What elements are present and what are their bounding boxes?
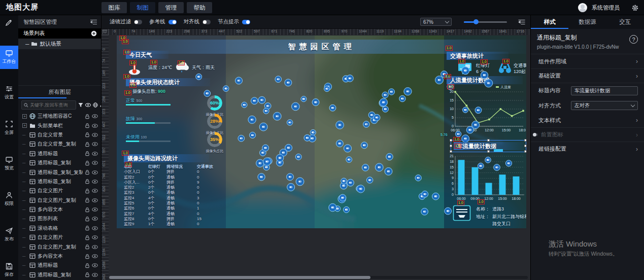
section-hyperlink[interactable]: 超链接配置› <box>531 142 644 156</box>
lock-icon[interactable] <box>85 132 90 137</box>
nav-tab-help[interactable]: 帮助 <box>187 2 212 13</box>
nav-tab-compose[interactable]: 制图 <box>130 2 155 13</box>
eye-icon[interactable] <box>92 160 98 165</box>
eye-icon[interactable] <box>92 226 98 231</box>
toggle-switch-2[interactable] <box>202 20 211 24</box>
layer-row-13[interactable]: ─自定义图片 <box>18 233 101 242</box>
lock-icon[interactable] <box>85 197 90 203</box>
layer-row-3[interactable]: ─自定义背景_复制 <box>18 139 101 149</box>
selection-handle[interactable] <box>450 150 452 153</box>
globe-icon[interactable] <box>93 102 98 108</box>
selection-handle[interactable] <box>487 139 490 142</box>
tab-style[interactable]: 样式 <box>531 15 568 29</box>
eye-icon[interactable] <box>92 254 98 259</box>
selection-handle[interactable] <box>450 145 452 147</box>
horizontal-scrollbar[interactable] <box>109 276 528 279</box>
align-select[interactable]: 左对齐 <box>571 101 638 110</box>
lock-icon[interactable] <box>85 151 90 156</box>
eye-icon[interactable] <box>92 244 98 250</box>
visibility-icon[interactable] <box>85 102 91 108</box>
expand-icon[interactable]: + <box>22 123 27 128</box>
sidebar-item-1[interactable]: 设置 <box>0 81 18 104</box>
section-text-style[interactable]: 文本样式› <box>531 113 644 127</box>
collapse-panel-icon[interactable] <box>90 19 97 25</box>
eye-icon[interactable] <box>92 123 98 128</box>
eye-icon[interactable] <box>92 114 98 119</box>
sidebar-item-5[interactable]: 发布 <box>0 223 18 247</box>
help-icon[interactable]: ? <box>629 35 638 44</box>
selection-handle[interactable] <box>524 145 526 147</box>
layer-row-4[interactable]: ─通用标题 <box>18 149 101 158</box>
lock-icon[interactable] <box>85 244 90 250</box>
layer-row-7[interactable]: ─通用标题_复制 <box>18 177 101 186</box>
lock-icon[interactable] <box>85 235 90 240</box>
eye-icon[interactable] <box>92 235 98 240</box>
lock-icon[interactable] <box>85 188 90 194</box>
layer-row-5[interactable]: ─通用标题_复制 <box>18 158 101 167</box>
zoom-slider-knob[interactable] <box>473 19 479 24</box>
group-icon[interactable] <box>100 102 101 108</box>
edit-pencil-icon[interactable] <box>5 19 12 26</box>
layer-row-11[interactable]: ─图形列表 <box>18 214 101 223</box>
toggle-switch-0[interactable] <box>134 20 142 24</box>
lock-icon[interactable] <box>85 114 90 119</box>
sidebar-item-4[interactable]: 权限 <box>0 188 18 211</box>
layer-row-17[interactable]: ─通用标题_复制 <box>18 270 101 279</box>
scrollbar-thumb[interactable] <box>109 276 370 279</box>
selection-handle[interactable] <box>450 139 452 142</box>
eye-icon[interactable] <box>92 132 98 137</box>
layer-row-1[interactable]: +头部菜单栏 <box>18 121 101 130</box>
layer-row-6[interactable]: ─通用标题_复制_复制 <box>18 167 101 177</box>
ruler-corner[interactable] <box>101 29 109 35</box>
lock-icon[interactable] <box>85 216 90 222</box>
collapse-right-panel-icon[interactable] <box>518 19 525 25</box>
layer-row-8[interactable]: ─自定义图片 <box>18 186 101 195</box>
section-front-icon[interactable]: 前置图标› <box>531 127 644 142</box>
layer-row-12[interactable]: ─滚动表格 <box>18 224 101 233</box>
lock-icon[interactable] <box>85 123 90 128</box>
search-input[interactable] <box>30 102 74 108</box>
eye-icon[interactable] <box>92 216 98 221</box>
lock-icon[interactable] <box>85 225 90 231</box>
expand-icon[interactable]: + <box>22 114 27 119</box>
front-icon-toggle[interactable] <box>533 133 538 136</box>
design-canvas[interactable]: 智慧园区管理 今日天气 温度：24℃ 天气：雨天 摄像头使用状态统计 摄像头总数… <box>117 36 526 228</box>
section-component-scope[interactable]: 组件作用域› <box>531 54 644 68</box>
sidebar-item-0[interactable]: 工作台 <box>0 46 18 69</box>
layer-row-16[interactable]: ─通用标题 <box>18 261 101 270</box>
eye-icon[interactable] <box>92 263 98 268</box>
toggle-switch-3[interactable] <box>242 20 250 24</box>
gear-icon[interactable] <box>631 4 639 12</box>
zoom-slider[interactable] <box>464 18 507 26</box>
tab-datasource[interactable]: 数据源 <box>568 15 606 29</box>
eye-icon[interactable] <box>92 272 98 277</box>
sidebar-item-2[interactable]: 全屏 <box>0 117 18 140</box>
user-avatar[interactable] <box>578 3 587 12</box>
lock-icon[interactable] <box>85 169 90 175</box>
layer-search-box[interactable] <box>21 100 76 110</box>
lock-icon[interactable] <box>85 179 90 184</box>
eye-icon[interactable] <box>92 142 98 147</box>
eye-icon[interactable] <box>92 170 98 175</box>
filter-icon[interactable] <box>78 102 83 108</box>
layer-row-10[interactable]: ─多内容文本 <box>18 205 101 214</box>
lock-icon[interactable] <box>85 160 90 166</box>
eye-icon[interactable] <box>92 207 98 212</box>
nav-tab-manage[interactable]: 管理 <box>158 2 184 13</box>
zoom-select[interactable]: 67% <box>420 18 452 26</box>
nav-tab-gallery[interactable]: 图库 <box>101 2 127 13</box>
eye-icon[interactable] <box>92 188 98 193</box>
add-scene-icon[interactable] <box>91 30 97 37</box>
tab-interaction[interactable]: 交互 <box>606 15 644 29</box>
lock-icon[interactable] <box>85 142 90 147</box>
selected-component-box[interactable]: 车流量统计数据 <box>451 140 526 152</box>
scene-item-default[interactable]: ─ 默认场景 <box>18 39 101 49</box>
layer-row-0[interactable]: +三维地图容器C <box>18 112 101 121</box>
eye-icon[interactable] <box>92 151 98 156</box>
layer-row-2[interactable]: ─自定义背景 <box>18 130 101 139</box>
selection-handle[interactable] <box>524 150 526 153</box>
lock-icon[interactable] <box>85 272 90 277</box>
sidebar-item-3[interactable]: 预览 <box>0 152 18 176</box>
layer-row-15[interactable]: ─多内容文本 <box>18 252 101 261</box>
lock-icon[interactable] <box>85 254 90 259</box>
